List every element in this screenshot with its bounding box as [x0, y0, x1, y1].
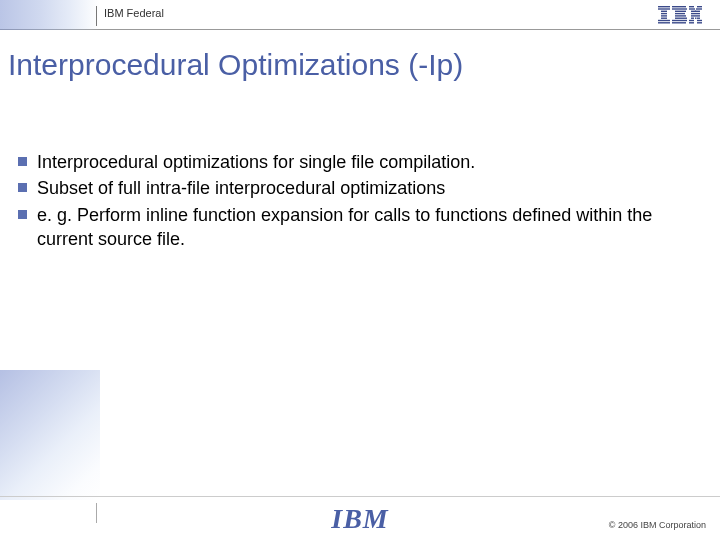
list-item: Subset of full intra-file interprocedura…	[18, 176, 702, 200]
svg-rect-27	[689, 20, 694, 21]
ibm-logo-icon	[658, 6, 702, 24]
svg-rect-0	[658, 6, 670, 7]
bullet-text: e. g. Perform inline function expansion …	[37, 203, 702, 252]
left-accent-band	[0, 370, 100, 500]
bullet-text: Subset of full intra-file interprocedura…	[37, 176, 702, 200]
svg-rect-16	[689, 6, 694, 7]
svg-rect-24	[691, 18, 694, 19]
list-item: Interprocedural optimizations for single…	[18, 150, 702, 174]
square-bullet-icon	[18, 183, 27, 192]
svg-rect-3	[661, 13, 667, 14]
svg-rect-9	[672, 8, 687, 9]
svg-rect-28	[697, 20, 702, 21]
svg-rect-25	[695, 18, 697, 19]
svg-rect-18	[689, 8, 695, 9]
header-bar: IBM Federal	[0, 0, 720, 30]
header-divider-tick	[96, 6, 97, 26]
bullet-text: Interprocedural optimizations for single…	[37, 150, 702, 174]
svg-rect-13	[675, 18, 687, 19]
svg-rect-5	[661, 18, 667, 19]
svg-rect-14	[672, 20, 687, 21]
svg-rect-11	[675, 13, 685, 14]
svg-rect-2	[661, 11, 667, 12]
svg-rect-7	[658, 22, 670, 23]
square-bullet-icon	[18, 157, 27, 166]
svg-rect-19	[696, 8, 702, 9]
svg-rect-1	[658, 8, 670, 9]
footer-bar: IBM © 2006 IBM Corporation	[0, 496, 720, 540]
copyright-text: © 2006 IBM Corporation	[609, 520, 706, 530]
svg-rect-26	[697, 18, 700, 19]
svg-rect-4	[661, 15, 667, 16]
svg-rect-21	[695, 11, 700, 12]
svg-rect-8	[672, 6, 686, 7]
list-item: e. g. Perform inline function expansion …	[18, 203, 702, 252]
square-bullet-icon	[18, 210, 27, 219]
header-label: IBM Federal	[104, 7, 164, 19]
svg-rect-22	[691, 13, 700, 14]
svg-rect-23	[691, 15, 700, 16]
svg-rect-15	[672, 22, 686, 23]
svg-rect-10	[675, 11, 686, 12]
content-area: Interprocedural optimizations for single…	[0, 90, 720, 251]
slide-title: Interprocedural Optimizations (-Ip)	[0, 30, 720, 90]
svg-rect-29	[689, 22, 694, 23]
svg-rect-12	[675, 15, 686, 16]
footer-divider-tick	[96, 503, 97, 523]
svg-rect-6	[658, 20, 670, 21]
ibm-wordmark: IBM	[331, 503, 388, 535]
svg-rect-17	[697, 6, 702, 7]
svg-rect-30	[697, 22, 702, 23]
header-accent-band	[0, 0, 100, 30]
